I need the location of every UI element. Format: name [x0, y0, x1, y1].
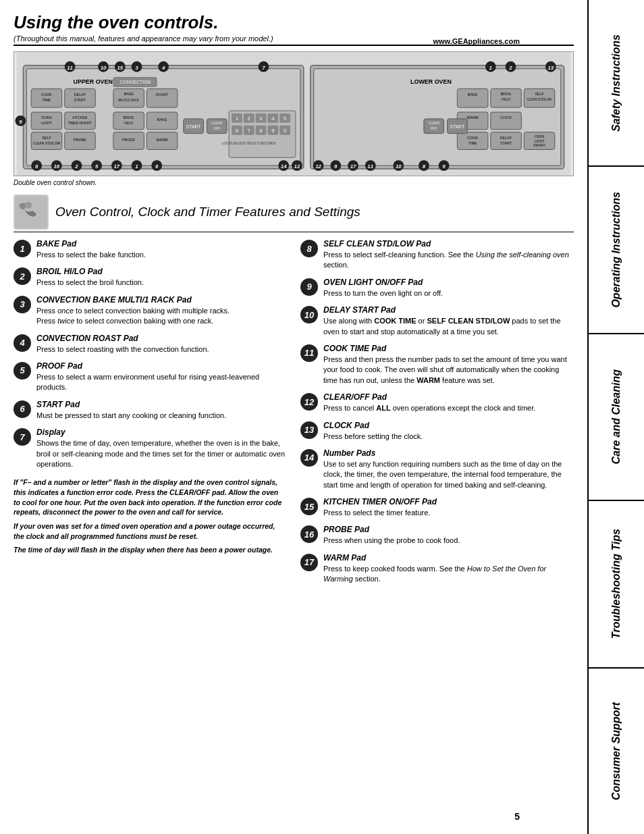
feature-title-4: CONVECTION ROAST Pad: [36, 334, 287, 343]
svg-text:5: 5: [284, 115, 287, 122]
svg-text:START: START: [74, 98, 86, 102]
svg-text:4: 4: [161, 65, 165, 71]
svg-text:8: 8: [35, 163, 38, 170]
feature-title-1: BAKE Pad: [36, 239, 287, 249]
feature-desc-14: Use to set any function requiring number…: [323, 459, 574, 490]
feature-desc-13: Press before setting the clock.: [323, 432, 574, 442]
feature-desc-12: Press to cancel ALL oven operations exce…: [323, 403, 574, 413]
svg-text:TIME: TIME: [43, 98, 51, 102]
svg-text:SELF: SELF: [42, 136, 51, 140]
feature-desc-2: Press to select the broil function.: [36, 278, 287, 288]
feature-item-10: 10 DELAY START Pad Use along with COOK T…: [300, 305, 574, 337]
feature-desc-8: Press to select self-cleaning function. …: [323, 250, 574, 271]
svg-text:HI/LO: HI/LO: [124, 122, 133, 125]
feature-item-5: 5 PROOF Pad Press to select a warm envir…: [14, 361, 287, 393]
sidebar-section-care: Care and Cleaning: [589, 334, 644, 501]
svg-text:15: 15: [117, 65, 123, 71]
feature-title-14: Number Pads: [323, 448, 574, 458]
svg-text:3: 3: [259, 115, 263, 122]
svg-text:OVEN: OVEN: [535, 135, 544, 138]
svg-text:WARM: WARM: [157, 138, 168, 142]
feature-title-9: OVEN LIGHT ON/OFF Pad: [323, 278, 574, 287]
svg-text:17: 17: [113, 163, 119, 170]
svg-text:COOK: COOK: [41, 93, 52, 97]
feature-title-17: WARM Pad: [323, 553, 574, 563]
svg-rect-15: [146, 88, 178, 107]
svg-text:UPPER OVEN: UPPER OVEN: [74, 78, 113, 85]
svg-text:COOK: COOK: [467, 136, 478, 140]
feature-desc-9: Press to turn the oven light on or off.: [323, 288, 574, 298]
feature-desc-17: Press to keep cooked foods warm. See the…: [323, 564, 574, 585]
feature-item-4: 4 CONVECTION ROAST Pad Press to select r…: [14, 334, 287, 355]
sidebar: Safety Instructions Operating Instructio…: [587, 0, 644, 834]
feature-item-1: 1 BAKE Pad Press to select the bake func…: [14, 239, 287, 260]
svg-text:17: 17: [350, 163, 356, 170]
double-oven-label: Double oven control shown.: [14, 179, 574, 186]
feature-desc-6: Must be pressed to start any cooking or …: [36, 411, 287, 421]
feature-title-7: Display: [36, 427, 287, 437]
sidebar-section-consumer: Consumer Support: [589, 669, 644, 834]
svg-text:CLEAN STD/LOW: CLEAN STD/LOW: [33, 142, 61, 145]
svg-text:LOWER OVEN: LOWER OVEN: [410, 78, 452, 85]
svg-text:LOCK/UNLOCK HOLD 3 SECONDS: LOCK/UNLOCK HOLD 3 SECONDS: [222, 142, 277, 145]
svg-text:1: 1: [489, 65, 492, 71]
svg-text:10: 10: [396, 163, 402, 170]
svg-text:LIGHT: LIGHT: [535, 140, 545, 143]
svg-text:6: 6: [236, 128, 239, 134]
feature-title-15: KITCHEN TIMER ON/OFF Pad: [323, 497, 574, 506]
page-number: 5: [514, 811, 520, 822]
svg-text:ROAST: ROAST: [156, 93, 169, 97]
svg-text:7: 7: [262, 65, 265, 71]
section-icon: [14, 194, 49, 230]
svg-text:LIGHT: LIGHT: [41, 121, 53, 125]
svg-rect-103: [457, 88, 488, 107]
feature-item-6: 6 START Pad Must be pressed to start any…: [14, 400, 287, 421]
feature-title-16: PROBE Pad: [323, 525, 574, 534]
feature-desc-15: Press to select the timer feature.: [323, 508, 574, 518]
svg-text:OFF: OFF: [213, 127, 220, 130]
website: www.GEAppliances.com: [433, 37, 520, 45]
svg-text:KITCHEN: KITCHEN: [73, 116, 88, 120]
feature-item-13: 13 CLOCK Pad Press before setting the cl…: [300, 421, 574, 442]
feature-title-5: PROOF Pad: [36, 361, 287, 371]
svg-text:4: 4: [271, 115, 275, 122]
svg-text:HI/LO: HI/LO: [502, 98, 510, 101]
feature-desc-5: Press to select a warm environment usefu…: [36, 372, 287, 393]
sidebar-section-operating: Operating Instructions: [589, 167, 644, 334]
svg-text:11: 11: [67, 65, 73, 71]
svg-text:CONVECTION: CONVECTION: [120, 80, 151, 84]
svg-text:9: 9: [271, 128, 275, 134]
feature-title-3: CONVECTION BAKE MULTI/1 RACK Pad: [36, 295, 287, 305]
feature-desc-16: Press when using the probe to cook food.: [323, 536, 574, 546]
svg-text:9: 9: [19, 119, 22, 125]
svg-text:2: 2: [248, 115, 250, 122]
svg-point-147: [25, 202, 32, 209]
feature-item-8: 8 SELF CLEAN STD/LOW Pad Press to select…: [300, 239, 574, 271]
svg-text:PROBE: PROBE: [74, 138, 86, 142]
svg-text:12: 12: [294, 163, 300, 170]
svg-text:6: 6: [155, 163, 159, 170]
svg-text:2: 2: [508, 65, 512, 71]
feature-item-16: 16 PROBE Pad Press when using the probe …: [300, 525, 574, 546]
feature-item-9: 9 OVEN LIGHT ON/OFF Pad Press to turn th…: [300, 278, 574, 298]
feature-title-8: SELF CLEAN STD/LOW Pad: [323, 239, 574, 249]
svg-text:8: 8: [259, 128, 263, 134]
svg-text:TIMER ON/OFF: TIMER ON/OFF: [68, 122, 92, 125]
feature-item-17: 17 WARM Pad Press to keep cooked foods w…: [300, 553, 574, 585]
oven-diagram: UPPER OVEN CONVECTION COOK TIME DELAY ST…: [14, 51, 574, 176]
svg-text:PROOF: PROOF: [122, 138, 136, 142]
svg-text:8: 8: [423, 163, 426, 170]
feature-item-7: 7 Display Shows the time of day, oven te…: [14, 427, 287, 469]
svg-text:START: START: [500, 141, 512, 145]
section-title: Oven Control, Clock and Timer Features a…: [55, 205, 360, 219]
feature-desc-10: Use along with COOK TIME or SELF CLEAN S…: [323, 316, 574, 337]
sidebar-section-safety: Safety Instructions: [589, 0, 644, 167]
feature-item-12: 12 CLEAR/OFF Pad Press to cancel ALL ove…: [300, 392, 574, 413]
svg-text:OFF: OFF: [431, 127, 437, 130]
page-title: Using the oven controls.: [14, 12, 574, 33]
svg-text:ON/OFF: ON/OFF: [533, 144, 546, 147]
svg-text:CLEAR: CLEAR: [211, 122, 223, 125]
svg-text:CLEAR: CLEAR: [428, 122, 439, 125]
svg-text:MULTI/1 RACK: MULTI/1 RACK: [119, 99, 139, 102]
svg-text:3: 3: [135, 65, 138, 71]
